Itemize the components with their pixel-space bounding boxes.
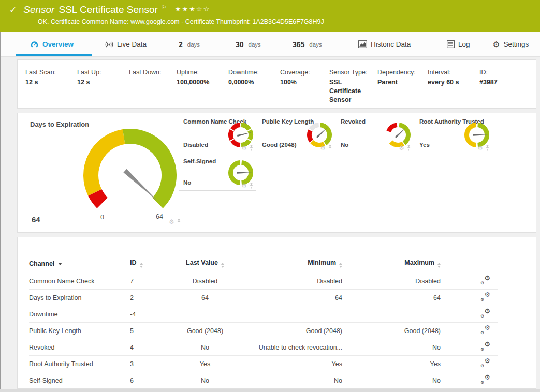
gear-icon[interactable]: ⚙: [399, 145, 404, 151]
tab-day-unit: days: [249, 41, 261, 48]
channel-name-cell: Downtime: [29, 306, 130, 323]
tab-30-days[interactable]: 30 days: [236, 32, 261, 56]
info-value: SSL Certificate Sensor: [329, 78, 366, 104]
pin-icon[interactable]: [177, 219, 181, 225]
col-header-label: Channel: [29, 260, 54, 267]
info-value: 12 s: [77, 78, 129, 87]
page-title: SSL Certificate Sensor: [59, 4, 158, 16]
col-header-minimum[interactable]: Minimum: [236, 259, 342, 273]
channel-settings-icon[interactable]: ⚙⚙: [480, 309, 490, 318]
maximum-cell: Yes: [342, 356, 441, 372]
info-label: Interval:: [428, 69, 479, 76]
table-row[interactable]: Public Key Length5Good (2048)Good (2048)…: [29, 323, 498, 339]
area-chart-icon: [358, 40, 367, 48]
minimum-cell: [236, 306, 342, 323]
gauge-cell-root-authority-trusted: Root Authority Trusted Yes ⚙: [415, 114, 492, 153]
table-row[interactable]: Common Name Check7DisabledDisabledDisabl…: [29, 273, 498, 290]
maximum-cell: 64: [342, 290, 441, 306]
col-header-maximum[interactable]: Maximum: [342, 259, 441, 273]
gear-icon: ⚙: [484, 275, 490, 281]
info-field-interval: Interval: every 60 s: [428, 69, 479, 108]
page-content: Last Scan: 12 s Last Up: 12 s Last Down:…: [17, 59, 536, 389]
col-header-channel[interactable]: Channel: [29, 259, 130, 273]
info-label: Downtime:: [228, 69, 280, 76]
tab-label: Settings: [503, 40, 529, 48]
minimum-cell: Unable to check revocation...: [236, 339, 342, 356]
gear-icon[interactable]: ⚙: [169, 219, 174, 225]
info-field-last-down: Last Down:: [129, 69, 177, 108]
small-gear-icon: ⚙: [480, 364, 484, 368]
minimum-cell: 64: [236, 290, 342, 306]
sensor-header: ✓ Sensor SSL Certificate Sensor ⚐ ★★★☆☆ …: [0, 0, 540, 32]
gauge-value: No: [341, 142, 348, 148]
col-header-last-value[interactable]: Last Value: [174, 259, 236, 273]
channel-settings-icon[interactable]: ⚙⚙: [480, 342, 490, 351]
info-field-downtime: Downtime: 0,0000%: [228, 69, 280, 108]
pin-icon[interactable]: [406, 145, 411, 151]
table-row[interactable]: Downtime-4⚙⚙: [29, 306, 498, 323]
channel-settings-icon[interactable]: ⚙⚙: [480, 359, 490, 368]
gear-icon[interactable]: ⚙: [241, 145, 247, 151]
channel-table-body: Common Name Check7DisabledDisabledDisabl…: [29, 273, 498, 389]
object-kind-label: Sensor: [23, 4, 54, 16]
maximum-cell: [342, 306, 441, 323]
col-header-id[interactable]: ID: [130, 259, 174, 273]
status-ok-check-icon: ✓: [9, 5, 17, 16]
pin-icon[interactable]: [328, 145, 332, 151]
tab-live-data[interactable]: Live Data: [105, 32, 147, 56]
tab-overview[interactable]: Overview: [30, 32, 74, 56]
gauge-cell-self-signed: Self-Signed No ⚙: [179, 154, 256, 191]
gear-icon[interactable]: ⚙: [241, 183, 247, 189]
priority-stars-rating[interactable]: ★★★☆☆: [175, 5, 210, 13]
last-value-cell: [174, 306, 236, 323]
tab-day-unit: days: [309, 41, 322, 48]
gauge-icon: [30, 40, 39, 49]
minimum-cell: Disabled: [236, 273, 342, 290]
pin-icon[interactable]: [249, 145, 254, 151]
pin-icon[interactable]: [485, 145, 490, 151]
gauge-title: Self-Signed: [183, 158, 216, 164]
tab-label: Historic Data: [371, 40, 411, 48]
table-row[interactable]: Self-Signed6NoNoNo⚙⚙: [29, 372, 498, 389]
col-header-actions: [441, 259, 498, 273]
channel-settings-icon[interactable]: ⚙⚙: [480, 276, 490, 285]
gauge-title: Revoked: [341, 118, 366, 125]
gear-icon[interactable]: ⚙: [320, 145, 326, 151]
gauge-cell-common-name-check: Common Name Check Disabled ⚙: [179, 114, 256, 153]
info-label: Sensor Type:: [329, 69, 377, 76]
col-header-label: Maximum: [404, 259, 434, 266]
channel-name-cell: Root Authority Trusted: [29, 356, 130, 372]
channel-id-cell: 3: [130, 356, 174, 372]
sensor-info-panel: Last Scan: 12 s Last Up: 12 s Last Down:…: [17, 59, 536, 109]
pin-icon[interactable]: [249, 183, 254, 189]
channel-id-cell: 2: [130, 290, 174, 306]
table-row[interactable]: Days to Expiration2646464⚙⚙: [29, 290, 498, 306]
maximum-cell: No: [342, 339, 441, 356]
tab-label: Log: [458, 40, 470, 48]
tab-settings[interactable]: ⚙ Settings: [493, 32, 529, 56]
gauges-panel: Days to Expiration 64 0 64 ⚙ Common Name…: [17, 113, 536, 233]
tab-log[interactable]: Log: [447, 32, 470, 56]
info-label: Last Down:: [129, 69, 177, 76]
tab-historic-data[interactable]: Historic Data: [358, 32, 411, 56]
gear-icon: ⚙: [484, 324, 490, 331]
tab-2-days[interactable]: 2 days: [179, 32, 200, 56]
maximum-cell: No: [342, 372, 441, 389]
table-row[interactable]: Root Authority Trusted3YesYesYes⚙⚙: [29, 356, 498, 372]
small-gear-icon: ⚙: [480, 331, 484, 335]
row-actions-cell: ⚙⚙: [441, 323, 498, 339]
channel-settings-icon[interactable]: ⚙⚙: [480, 375, 490, 384]
gear-icon: ⚙: [484, 291, 490, 298]
channel-name-cell: Days to Expiration: [29, 290, 130, 306]
priority-flag-icon[interactable]: ⚐: [162, 4, 167, 11]
table-row[interactable]: Revoked4NoUnable to check revocation...N…: [29, 339, 498, 356]
gauge-value: Yes: [419, 142, 430, 148]
tab-365-days[interactable]: 365 days: [293, 32, 322, 56]
gear-icon[interactable]: ⚙: [477, 145, 483, 151]
gauge-current-value: 64: [32, 215, 40, 224]
info-value: 0,0000%: [228, 78, 280, 87]
channel-settings-icon[interactable]: ⚙⚙: [480, 293, 490, 301]
channel-name-cell: Self-Signed: [29, 372, 130, 389]
channel-id-cell: 6: [130, 372, 174, 389]
channel-settings-icon[interactable]: ⚙⚙: [480, 326, 490, 335]
